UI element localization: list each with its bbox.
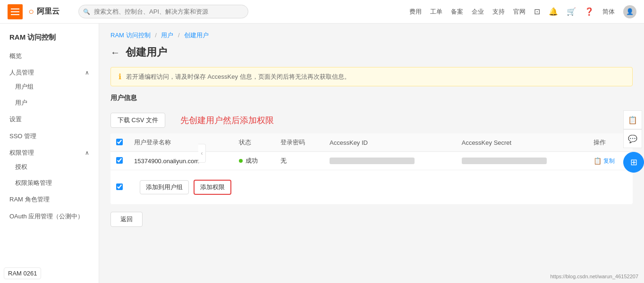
row-action-checkbox[interactable] xyxy=(116,183,123,190)
row-actions-checkbox-cell xyxy=(110,170,128,205)
floating-apps-btn[interactable]: ⊞ xyxy=(623,152,644,173)
nav-qiye[interactable]: 企业 xyxy=(472,8,484,16)
chevron-up-icon: ∧ xyxy=(85,69,89,76)
download-csv-btn[interactable]: 下载 CSV 文件 xyxy=(110,113,165,128)
sidebar-item-oauth[interactable]: OAuth 应用管理（公测中） xyxy=(0,208,99,225)
status-label: 成功 xyxy=(246,157,258,165)
access-key-id-value xyxy=(330,158,415,164)
nav-beian[interactable]: 备案 xyxy=(451,8,463,16)
warning-banner: ℹ 若开通编程访问，请及时保存 AccessKey 信息，页面关闭后将无法再次获… xyxy=(110,67,633,86)
sidebar-item-overview[interactable]: 概览 xyxy=(0,48,99,65)
back-btn[interactable]: 返回 xyxy=(110,212,143,227)
breadcrumb-item-create: 创建用户 xyxy=(184,32,209,39)
row-actions-row: 添加到用户组 添加权限 xyxy=(110,170,633,205)
row-checkbox-cell xyxy=(110,152,128,170)
row-access-key-id xyxy=(324,152,456,170)
sidebar-section-permissions[interactable]: 权限管理 ∧ xyxy=(0,145,99,159)
help-icon[interactable]: ❓ xyxy=(585,7,594,16)
main-content: RAM 访问控制 / 用户 / 创建用户 ← 创建用户 ℹ 若开通编程访问，请及… xyxy=(99,24,644,283)
nav-right: 费用 工单 备案 企业 支持 官网 ⊡ 🔔 🛒 ❓ 简体 👤 xyxy=(409,5,636,18)
header-username: 用户登录名称 xyxy=(128,133,233,152)
breadcrumb-sep1: / xyxy=(155,32,157,39)
sidebar-item-usergroups[interactable]: 用户组 xyxy=(0,79,99,95)
footer-actions: 返回 xyxy=(110,212,633,227)
logo-text: 阿里云 xyxy=(37,7,59,17)
body-layout: RAM 访问控制 概览 人员管理 ∧ 用户组 用户 设置 SSO 管理 权限管理… xyxy=(0,24,644,283)
row-username: 15374900.onaliyun.com xyxy=(128,152,233,170)
logo-icon: ○ xyxy=(28,6,34,17)
add-permission-btn[interactable]: 添加权限 xyxy=(194,180,231,195)
nav-guanwang[interactable]: 官网 xyxy=(513,8,525,16)
breadcrumb-sep2: / xyxy=(178,32,180,39)
nav-feiyong[interactable]: 费用 xyxy=(409,8,422,16)
table-row: 15374900.onaliyun.com 成功 无 xyxy=(110,152,633,170)
floating-feedback-btn[interactable]: 📋 xyxy=(623,110,642,129)
status-cell: 成功 xyxy=(239,157,269,165)
nav-zhichi[interactable]: 支持 xyxy=(492,8,505,16)
back-arrow-icon[interactable]: ← xyxy=(110,47,120,58)
footer-url: https://blog.csdn.net/warun_46152207 xyxy=(550,274,638,279)
ram-badge: RAM 0261 xyxy=(4,267,41,279)
sidebar-section-personnel[interactable]: 人员管理 ∧ xyxy=(0,65,99,79)
notification-icon[interactable]: 🔔 xyxy=(549,7,558,16)
table-actions: 下载 CSV 文件 先创建用户然后添加权限 xyxy=(110,113,633,128)
sidebar-collapse-btn[interactable]: ‹ xyxy=(198,144,206,163)
avatar[interactable]: 👤 xyxy=(623,5,636,18)
sidebar: RAM 访问控制 概览 人员管理 ∧ 用户组 用户 设置 SSO 管理 权限管理… xyxy=(0,24,99,283)
sidebar-section-permissions-label: 权限管理 xyxy=(9,149,34,157)
page-title: 创建用户 xyxy=(126,45,167,59)
warning-text: 若开通编程访问，请及时保存 AccessKey 信息，页面关闭后将无法再次获取信… xyxy=(126,73,350,81)
header-accesskey-id: AccessKey ID xyxy=(324,133,456,152)
breadcrumb-item-ram[interactable]: RAM 访问控制 xyxy=(110,32,151,39)
header-checkbox-cell xyxy=(110,133,128,152)
sidebar-item-settings[interactable]: 设置 xyxy=(0,111,99,128)
sidebar-item-sso[interactable]: SSO 管理 xyxy=(0,128,99,145)
row-status: 成功 xyxy=(233,152,275,170)
section-header-row: 用户信息 xyxy=(110,94,633,108)
floating-chat-btn[interactable]: 💬 xyxy=(623,129,642,148)
search-wrapper xyxy=(78,5,248,18)
section-title: 用户信息 xyxy=(110,94,137,102)
search-input[interactable] xyxy=(78,5,248,18)
breadcrumb: RAM 访问控制 / 用户 / 创建用户 xyxy=(110,31,633,40)
header-status: 状态 xyxy=(233,133,275,152)
user-data-table: 用户登录名称 状态 登录密码 AccessKey ID AccessKey Se… xyxy=(110,133,633,204)
username-text: 15374900.onaliyun.com xyxy=(134,158,199,165)
select-all-checkbox[interactable] xyxy=(116,139,123,145)
chevron-up-icon2: ∧ xyxy=(85,150,89,156)
top-navigation: ○ 阿里云 费用 工单 备案 企业 支持 官网 ⊡ 🔔 🛒 ❓ 简体 👤 xyxy=(0,0,644,24)
table-header-row: 用户登录名称 状态 登录密码 AccessKey ID AccessKey Se… xyxy=(110,133,633,152)
sidebar-item-authz[interactable]: 授权 xyxy=(0,159,99,175)
status-dot xyxy=(239,159,243,163)
floating-buttons: 📋 💬 ⊞ xyxy=(623,110,644,173)
breadcrumb-item-users[interactable]: 用户 xyxy=(161,32,173,39)
row-checkbox[interactable] xyxy=(116,157,123,164)
cart-icon[interactable]: 🛒 xyxy=(567,7,576,16)
sidebar-section-personnel-label: 人员管理 xyxy=(9,68,34,77)
sidebar-item-roles[interactable]: RAM 角色管理 xyxy=(0,191,99,208)
user-table: 用户登录名称 状态 登录密码 AccessKey ID AccessKey Se… xyxy=(110,133,633,204)
screen-icon[interactable]: ⊡ xyxy=(534,7,540,16)
row-access-key-secret xyxy=(456,152,588,170)
page-header: ← 创建用户 xyxy=(110,45,633,59)
copy-label: 复制 xyxy=(603,157,615,165)
row-action-buttons: 添加到用户组 添加权限 xyxy=(134,175,627,200)
annotation-text: 先创建用户然后添加权限 xyxy=(180,115,274,126)
row-actions-cell: 添加到用户组 添加权限 xyxy=(128,170,633,205)
lang-switch[interactable]: 简体 xyxy=(602,8,615,16)
nav-gongdan[interactable]: 工单 xyxy=(430,8,442,16)
sidebar-item-policy[interactable]: 权限策略管理 xyxy=(0,175,99,191)
sidebar-title: RAM 访问控制 xyxy=(0,29,99,48)
warning-icon: ℹ xyxy=(119,72,121,81)
add-to-group-btn[interactable]: 添加到用户组 xyxy=(140,180,189,194)
header-accesskey-secret: AccessKey Secret xyxy=(456,133,588,152)
hamburger-menu[interactable] xyxy=(8,4,23,19)
nav-left: ○ 阿里云 xyxy=(8,4,59,19)
access-key-secret-value xyxy=(462,158,547,164)
copy-icon: 📋 xyxy=(593,157,602,165)
logo: ○ 阿里云 xyxy=(28,6,59,17)
row-password: 无 xyxy=(275,152,324,170)
sidebar-item-users[interactable]: 用户 xyxy=(0,95,99,111)
copy-button[interactable]: 📋 复制 xyxy=(593,157,627,165)
header-password: 登录密码 xyxy=(275,133,324,152)
